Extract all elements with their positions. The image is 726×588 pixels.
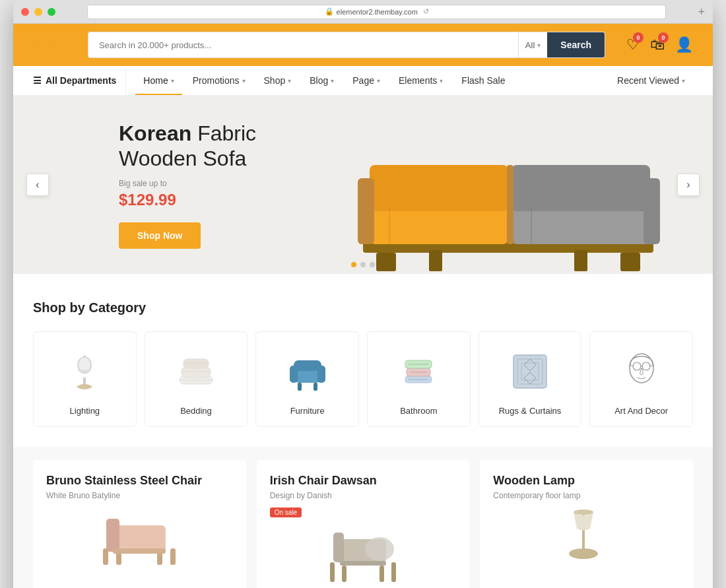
featured-image-1: [46, 506, 233, 572]
svg-rect-48: [113, 525, 166, 552]
minimize-button[interactable]: [34, 8, 42, 16]
account-button[interactable]: 👤: [675, 36, 693, 53]
search-input[interactable]: [88, 32, 518, 57]
svg-rect-37: [513, 355, 546, 388]
nav-item-flash-sale[interactable]: Flash Sale: [453, 66, 513, 95]
cart-button[interactable]: 🛍 0: [650, 36, 665, 53]
category-label-lighting: Lighting: [70, 406, 100, 416]
wishlist-badge: 0: [633, 32, 644, 43]
category-card-bedding[interactable]: Bedding: [145, 331, 248, 427]
logo[interactable]: aora.: [33, 34, 77, 55]
svg-rect-61: [340, 561, 386, 566]
svg-rect-21: [183, 359, 209, 368]
svg-rect-2: [620, 253, 640, 271]
chevron-down-icon: ▾: [537, 42, 541, 49]
category-card-furniture[interactable]: Furniture: [255, 331, 359, 427]
carousel-dots: [351, 262, 375, 267]
chevron-down-icon: ▾: [288, 77, 291, 84]
featured-card-3[interactable]: Wooden Lamp Contemporary floor lamp: [480, 460, 693, 588]
svg-rect-11: [644, 178, 660, 244]
nav-item-blog[interactable]: Blog ▾: [302, 66, 342, 95]
svg-point-43: [633, 362, 641, 370]
svg-rect-6: [370, 165, 508, 211]
cart-badge: 0: [658, 32, 669, 43]
search-category-dropdown[interactable]: All ▾: [518, 32, 547, 57]
category-label-bathroom: Bathroom: [400, 406, 437, 416]
hero-content: Korean FabricWooden Sofa Big sale up to …: [13, 121, 256, 249]
featured-title-1: Bruno Stainless Steel Chair: [46, 473, 233, 488]
chevron-down-icon: ▾: [440, 77, 443, 84]
shop-now-button[interactable]: Shop Now: [119, 222, 201, 249]
hero-image: [304, 96, 713, 274]
svg-rect-56: [333, 533, 344, 562]
svg-rect-9: [507, 165, 513, 244]
featured-subtitle-3: Contemporary floor lamp: [493, 491, 680, 500]
departments-label: All Departments: [46, 75, 116, 86]
svg-rect-28: [294, 360, 321, 371]
browser-titlebar: 🔒 elementor2.thembay.com ↺ +: [13, 0, 713, 24]
chevron-down-icon: ▾: [377, 77, 380, 84]
chevron-down-icon: ▾: [331, 77, 334, 84]
hero-banner: ‹ Korean FabricWooden Sofa Big sale up t…: [13, 96, 713, 274]
site-header: aora. All ▾ Search ♡ 0 🛍 0: [13, 24, 713, 66]
category-label-rugs: Rugs & Curtains: [499, 406, 562, 416]
featured-card-1[interactable]: Bruno Stainless Steel Chair White Bruno …: [33, 460, 246, 588]
hero-price: $129.99: [119, 191, 256, 209]
address-bar[interactable]: 🔒 elementor2.thembay.com ↺: [87, 5, 666, 19]
categories-section-title: Shop by Category: [33, 300, 693, 315]
close-button[interactable]: [21, 8, 29, 16]
category-card-lighting[interactable]: Lighting: [33, 331, 137, 427]
all-departments-button[interactable]: ☰ All Departments: [33, 67, 126, 94]
svg-rect-54: [113, 548, 166, 554]
featured-subtitle-2: Design by Danish: [270, 491, 457, 500]
svg-line-47: [650, 365, 653, 366]
svg-rect-60: [391, 562, 396, 582]
svg-rect-58: [342, 566, 346, 582]
svg-rect-53: [170, 548, 176, 565]
svg-rect-30: [314, 383, 317, 391]
nav-item-shop[interactable]: Shop ▾: [256, 66, 300, 95]
carousel-next-button[interactable]: ›: [677, 174, 700, 196]
maximize-button[interactable]: [48, 8, 55, 16]
svg-rect-10: [358, 178, 374, 244]
svg-rect-29: [298, 383, 302, 391]
svg-point-62: [365, 537, 394, 561]
featured-title-3: Wooden Lamp: [493, 473, 680, 488]
new-tab-button[interactable]: +: [698, 6, 705, 18]
browser-window: 🔒 elementor2.thembay.com ↺ + aora. All ▾…: [13, 0, 713, 588]
svg-rect-59: [380, 566, 384, 582]
svg-rect-49: [106, 519, 119, 552]
on-sale-badge: On sale: [270, 507, 302, 517]
site-wrapper: aora. All ▾ Search ♡ 0 🛍 0: [13, 24, 713, 588]
carousel-dot-2[interactable]: [360, 262, 366, 267]
header-icons: ♡ 0 🛍 0 👤: [626, 36, 693, 53]
nav-item-elements[interactable]: Elements ▾: [391, 66, 451, 95]
bedding-icon: [170, 345, 222, 398]
carousel-dot-3[interactable]: [370, 262, 375, 267]
nav-item-page[interactable]: Page ▾: [345, 66, 388, 95]
nav-item-recent-viewed[interactable]: Recent Viewed ▾: [609, 66, 693, 95]
search-button[interactable]: Search: [547, 32, 605, 57]
sofa-illustration: [323, 115, 693, 274]
category-card-art[interactable]: Art And Decor: [589, 331, 693, 427]
carousel-dot-1[interactable]: [351, 262, 356, 267]
chevron-down-icon: ▾: [242, 77, 246, 84]
category-label-bedding: Bedding: [180, 406, 212, 416]
hero-title: Korean FabricWooden Sofa: [119, 121, 256, 172]
furniture-icon: [281, 345, 334, 398]
nav-item-home[interactable]: Home ▾: [135, 66, 182, 95]
site-nav: ☰ All Departments Home ▾ Promotions ▾ Sh…: [13, 66, 713, 96]
nav-item-promotions[interactable]: Promotions ▾: [185, 66, 253, 95]
category-card-rugs[interactable]: Rugs & Curtains: [478, 331, 582, 427]
featured-card-2[interactable]: Irish Chair Dawsan Design by Danish On s…: [257, 460, 470, 588]
wishlist-button[interactable]: ♡ 0: [626, 36, 640, 53]
featured-image-2: [270, 523, 457, 588]
category-card-bathroom[interactable]: Bathroom: [367, 331, 471, 427]
svg-line-46: [630, 365, 633, 366]
lighting-icon: [58, 345, 111, 398]
categories-grid: Lighting: [33, 331, 693, 427]
carousel-prev-button[interactable]: ‹: [26, 174, 49, 196]
svg-rect-1: [376, 253, 396, 271]
search-bar: All ▾ Search: [88, 32, 605, 58]
svg-rect-3: [429, 250, 442, 271]
